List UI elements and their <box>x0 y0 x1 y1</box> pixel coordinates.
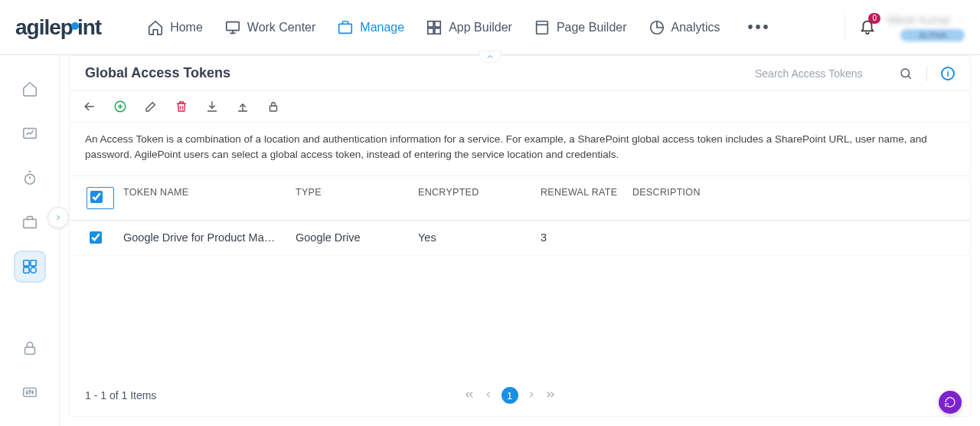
row-checkbox[interactable] <box>90 231 102 244</box>
notifications-button[interactable]: 0 <box>859 18 876 38</box>
apps-grid-icon <box>21 258 38 275</box>
notification-badge: 0 <box>868 13 880 24</box>
chart-line-icon <box>21 125 38 142</box>
page-next-button[interactable] <box>526 389 537 402</box>
top-header: agilepint Home Work Center Manage App Bu… <box>0 0 980 55</box>
nav-page-builder[interactable]: Page Builder <box>534 19 627 36</box>
home-icon <box>147 19 164 36</box>
svg-rect-6 <box>537 21 548 34</box>
page-first-button[interactable] <box>463 388 475 403</box>
info-button[interactable]: i <box>941 67 955 80</box>
nav-home[interactable]: Home <box>147 19 203 36</box>
chevron-right-small-icon <box>526 389 537 400</box>
svg-point-19 <box>31 392 33 393</box>
header-right: 0 Nilesh Kumar ALPHA <box>844 14 965 41</box>
cell-renewal: 3 <box>541 231 632 244</box>
grid-icon <box>426 19 443 36</box>
sidebar-reports[interactable] <box>15 118 45 149</box>
nav-manage[interactable]: Manage <box>337 19 404 36</box>
page-header: Global Access Tokens i <box>70 56 970 91</box>
svg-point-20 <box>901 69 910 77</box>
user-menu[interactable]: Nilesh Kumar <box>887 14 965 26</box>
lock-button[interactable] <box>266 99 281 114</box>
svg-rect-0 <box>227 21 240 30</box>
page-description: An Access Token is a combination of a lo… <box>70 123 970 176</box>
sidebar-apps[interactable] <box>15 251 45 282</box>
svg-rect-15 <box>24 347 34 354</box>
chart-pie-icon <box>648 19 665 36</box>
select-all-checkbox[interactable] <box>90 191 103 203</box>
sidebar-expand-button[interactable] <box>47 207 69 228</box>
chevron-up-icon <box>485 52 495 61</box>
col-header-name[interactable]: TOKEN NAME <box>123 187 296 209</box>
col-header-description[interactable]: DESCRIPTION <box>632 187 962 209</box>
pagination-range: 1 - 1 of 1 Items <box>85 389 156 401</box>
col-header-renewal[interactable]: RENEWAL RATE <box>541 187 632 209</box>
svg-rect-4 <box>428 28 433 33</box>
nav-more-button[interactable]: ••• <box>742 18 777 36</box>
edit-button[interactable] <box>143 99 158 114</box>
sliders-icon <box>21 384 38 401</box>
nav-analytics-label: Analytics <box>671 21 720 34</box>
monitor-icon <box>224 19 241 36</box>
sidebar-home[interactable] <box>15 74 45 104</box>
col-header-encrypted[interactable]: ENCRYPTED <box>418 187 541 209</box>
table-header: TOKEN NAME TYPE ENCRYPTED RENEWAL RATE D… <box>70 176 970 221</box>
plus-circle-icon <box>113 100 127 113</box>
refresh-fab[interactable] <box>939 391 962 414</box>
lock-small-icon <box>266 100 280 113</box>
chevrons-right-icon <box>544 388 557 401</box>
stopwatch-icon <box>21 169 38 186</box>
svg-rect-12 <box>30 261 35 266</box>
search-icon[interactable] <box>899 67 913 80</box>
search-input[interactable] <box>755 67 885 80</box>
svg-rect-11 <box>23 261 28 266</box>
svg-point-9 <box>24 174 34 184</box>
back-button[interactable] <box>82 99 97 114</box>
nav-manage-label: Manage <box>360 21 404 34</box>
svg-rect-13 <box>23 267 28 273</box>
sidebar-work[interactable] <box>15 207 45 238</box>
upload-button[interactable] <box>235 99 250 114</box>
divider <box>926 66 927 81</box>
svg-rect-10 <box>23 219 36 228</box>
home-outline-icon <box>21 80 38 97</box>
page-last-button[interactable] <box>544 388 557 403</box>
col-header-type[interactable]: TYPE <box>296 187 418 209</box>
cell-token-name: Google Drive for Product Ma… <box>123 231 296 244</box>
table-row[interactable]: Google Drive for Product Ma… Google Driv… <box>70 221 970 255</box>
svg-rect-3 <box>435 21 440 26</box>
lock-icon <box>21 339 38 356</box>
nav-analytics[interactable]: Analytics <box>648 19 720 36</box>
app-logo: agilepint <box>15 15 101 40</box>
nav-work-center-label: Work Center <box>247 21 316 34</box>
pencil-icon <box>144 100 158 113</box>
nav-app-builder[interactable]: App Builder <box>426 19 512 36</box>
cell-type: Google Drive <box>296 231 418 244</box>
download-button[interactable] <box>204 99 220 114</box>
svg-rect-2 <box>428 21 433 26</box>
page-current[interactable]: 1 <box>501 387 518 404</box>
top-nav: Home Work Center Manage App Builder Page… <box>147 18 844 36</box>
trash-icon <box>175 100 188 113</box>
delete-button[interactable] <box>174 99 189 114</box>
nav-page-builder-label: Page Builder <box>557 21 627 34</box>
cell-encrypted: Yes <box>418 231 541 244</box>
upload-icon <box>236 100 250 113</box>
sidebar-timer[interactable] <box>15 162 45 193</box>
nav-work-center[interactable]: Work Center <box>224 19 316 36</box>
svg-rect-1 <box>339 24 352 33</box>
chevrons-left-icon <box>463 388 475 401</box>
left-sidebar <box>0 55 60 426</box>
nav-home-label: Home <box>170 21 203 34</box>
sidebar-settings[interactable] <box>15 377 45 408</box>
nav-app-builder-label: App Builder <box>449 21 512 34</box>
add-button[interactable] <box>113 99 128 114</box>
page-prev-button[interactable] <box>483 389 494 402</box>
refresh-icon <box>944 396 956 408</box>
svg-point-18 <box>29 390 31 392</box>
pager: 1 <box>156 387 863 404</box>
svg-point-17 <box>26 392 28 394</box>
sidebar-security[interactable] <box>15 333 45 363</box>
main-panel: Global Access Tokens i An Access Token i… <box>69 55 971 417</box>
